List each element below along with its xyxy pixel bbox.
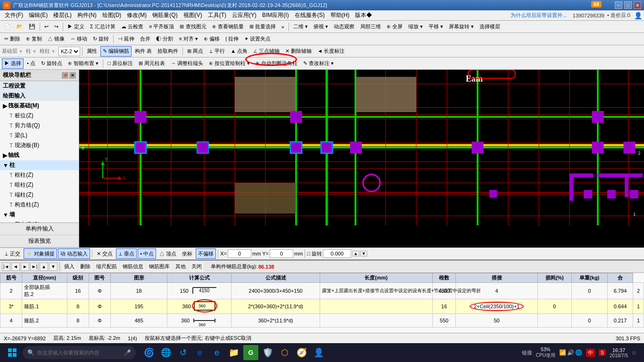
btn-auto-corner[interactable]: ⊕ 自动判断边角柱 [253, 58, 300, 69]
btn-batch-select[interactable]: ⊞ 批量选择 [247, 22, 278, 32]
y-input[interactable] [270, 249, 293, 258]
btn-cloud-check[interactable]: ☁ 云检查 [119, 22, 146, 32]
btn-single-component[interactable]: 单构件输入 [0, 223, 79, 235]
btn-rotate-point[interactable]: ↻ 旋转点 [39, 58, 65, 69]
btn-scale-rebar[interactable]: 缩尺配筋 [94, 262, 119, 272]
sidebar-group-col[interactable]: ▼ 柱 [0, 160, 79, 170]
menu-tools[interactable]: 工具(T) [205, 10, 229, 20]
btn-stretch[interactable]: | 拉伸 [223, 34, 241, 44]
btn-delete[interactable]: ✂ 删除 [2, 34, 23, 44]
taskbar-icon-shield[interactable]: 🛡️ [260, 345, 275, 360]
taskbar-icon-folder[interactable]: 📁 [226, 345, 241, 360]
sidebar-group-wall[interactable]: ▼ 墙 [0, 210, 79, 220]
btn-more[interactable]: » [279, 22, 287, 32]
btn-del-aux[interactable]: ✕ 删除辅轴 [283, 46, 314, 57]
sidebar-item-dark-col[interactable]: T 暗柱(Z) [0, 180, 79, 190]
sidebar-item-shearwall-b[interactable]: T 剪力墙(Q) [0, 121, 79, 131]
close-button[interactable]: ✕ [634, 1, 641, 9]
menu-view[interactable]: 视图(V) [181, 10, 205, 20]
btn-dynamic-input[interactable]: 动 动态输入 [58, 248, 90, 259]
minimize-button[interactable]: ─ [615, 1, 622, 9]
btn-coordinate[interactable]: 坐标 [180, 248, 195, 259]
sidebar-close[interactable]: ✕ [69, 72, 76, 79]
btn-rotate[interactable]: ↻ 旋转 [91, 34, 111, 44]
toolbar-save[interactable]: 💾 [26, 22, 38, 32]
btn-merge[interactable]: 合并 [138, 34, 153, 44]
btn-ortho[interactable]: ⊥ 正交 [2, 248, 23, 259]
btn-draw-by-pos[interactable]: ⊕ 按位置绘制柱 ▾ [206, 58, 252, 69]
rotate-input[interactable] [323, 249, 351, 258]
taskbar-icon-ie1[interactable]: 🌐 [158, 345, 173, 360]
menu-online[interactable]: 在线服务(S) [292, 10, 328, 20]
btn-offset[interactable]: ⊕ 偏移 [201, 34, 222, 44]
rebar-table[interactable]: 筋号 直径(mm) 级别 图号 图形 计算公式 公式描述 长度(mm) 根数 搭… [0, 273, 644, 333]
menu-help[interactable]: 帮助(H) [328, 10, 353, 20]
btn-midpoint[interactable]: • 中点 [138, 248, 156, 259]
table-row[interactable]: 2 全部纵筋插筋.2 16 Φ 18 150 [0, 283, 644, 299]
table-row-selected[interactable]: 3* 箍筋.1 8 Φ 195 360 [0, 299, 644, 314]
btn-rebar-delete[interactable]: 删除 [78, 262, 93, 272]
btn-down[interactable]: ▼ [49, 263, 58, 271]
taskbar-search[interactable] [37, 350, 121, 355]
btn-check-mark[interactable]: ✎ 查改标注 ▾ [301, 58, 336, 69]
btn-component-table[interactable]: 构件 表 [132, 46, 154, 57]
menu-edit[interactable]: 编辑(E) [26, 10, 50, 20]
menu-draw[interactable]: 绘图(D) [99, 10, 124, 20]
btn-select-floor[interactable]: 选择楼层 [477, 22, 503, 32]
btn-view-top[interactable]: 俯视 ▾ [311, 22, 330, 32]
btn-parallel[interactable]: ⊥ 平行 [206, 46, 227, 57]
btn-object-snap[interactable]: ⚡ 对象捕提 [24, 248, 57, 259]
btn-dynamic-view[interactable]: 动态观察 [331, 22, 357, 32]
btn-2d[interactable]: 二维 ▾ [291, 22, 310, 32]
btn-set-grip[interactable]: ✦ 设置夹点 [242, 34, 273, 44]
taskbar-icon-g[interactable]: G [243, 345, 258, 360]
btn-close-rebar[interactable]: 关闭 [189, 262, 204, 272]
sidebar-pin[interactable]: 📌 [62, 72, 68, 79]
btn-in-place-mark[interactable]: □ 原位标注 [105, 58, 135, 69]
btn-vertex[interactable]: △ 顶点 [157, 248, 179, 259]
btn-align[interactable]: ≡ 对齐 ▾ [176, 34, 200, 44]
table-row[interactable]: 4 箍筋.2 8 Φ 485 360 [0, 314, 644, 328]
taskbar-icon-ie3[interactable]: e [209, 345, 224, 360]
btn-extend[interactable]: ⊣ 延伸 [116, 34, 137, 44]
taskbar-icon-fan[interactable]: 🌀 [141, 345, 157, 360]
btn-move[interactable]: ↔ 移动 [68, 34, 90, 44]
btn-mirror[interactable]: △ 镜像 [45, 34, 67, 44]
menu-bim[interactable]: BIM应用(I) [259, 10, 292, 20]
toolbar-redo[interactable]: ↪ [52, 22, 61, 32]
sidebar-draw-input[interactable]: 绘图输入 [0, 91, 79, 101]
btn-next[interactable]: ► [21, 263, 29, 271]
toolbar-open[interactable]: 📂 [14, 22, 25, 32]
menu-version[interactable]: 版本◆ [352, 10, 375, 20]
btn-edit-rebar[interactable]: ✎ 编辑钢筋 [100, 46, 132, 57]
sidebar-item-frame-col[interactable]: T 框柱(Z) [0, 170, 79, 180]
btn-last[interactable]: ►| [30, 263, 39, 271]
sidebar-item-struct-col[interactable]: T 构造柱(Z) [0, 200, 79, 210]
drawing-canvas[interactable]: 0 1 2 X Y Eam [79, 70, 644, 247]
canvas-area[interactable]: 0 1 2 X Y Eam [79, 70, 644, 247]
btn-three-point[interactable]: ∠ 三点辅轴 [251, 46, 282, 57]
menu-cloud[interactable]: 云应用(Y) [229, 10, 259, 20]
btn-property[interactable]: 属性 [84, 46, 99, 57]
toolbar-new[interactable]: 📄 [2, 22, 13, 32]
btn-pan[interactable]: 平移 ▾ [426, 22, 446, 32]
start-button[interactable] [4, 344, 21, 361]
sidebar-group-axis[interactable]: ▶ 轴线 [0, 150, 79, 160]
btn-rebar-library[interactable]: 钢筋图库 [147, 262, 172, 272]
btn-partial-3d[interactable]: 局部三维 [358, 22, 383, 32]
sidebar-project-setup[interactable]: 工程设置 [0, 81, 79, 91]
sidebar-item-end-col[interactable]: T 端柱(Z) [0, 190, 79, 200]
btn-cross[interactable]: ✕ 交点 [94, 248, 115, 259]
btn-other[interactable]: 其他 [173, 262, 188, 272]
btn-rebar-info[interactable]: 钢筋信息 [120, 262, 146, 272]
sidebar-item-cast-slab[interactable]: T 现浇板(B) [0, 140, 79, 150]
btn-split[interactable]: ◐ 分割 [154, 34, 175, 44]
btn-calc[interactable]: Σ 汇总计算 [88, 22, 118, 32]
menu-modify[interactable]: 修改(M) [124, 10, 149, 20]
taskbar-icon-ie2[interactable]: e [192, 345, 207, 360]
btn-point-draw[interactable]: • 点 [25, 58, 38, 69]
btn-zoom[interactable]: 缩放 ▾ [406, 22, 425, 32]
btn-length-mark[interactable]: ◄ 长度标注 [315, 46, 347, 57]
btn-select[interactable]: ▶ 选择 [2, 58, 24, 69]
degree-spinner-up[interactable]: ▲ [352, 251, 359, 256]
